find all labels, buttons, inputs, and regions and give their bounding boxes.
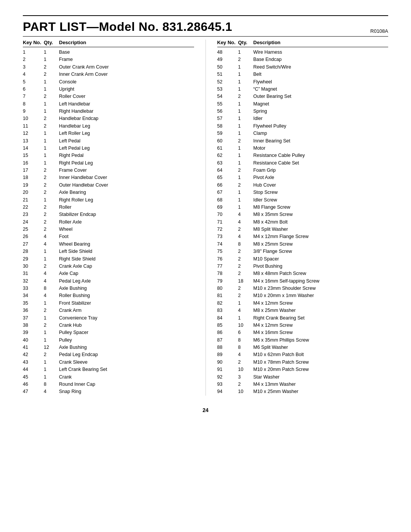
part-key-no: 64 xyxy=(217,167,238,174)
table-row: 94 10 M10 x 25mm Washer xyxy=(217,388,389,395)
table-row: 65 1 Pivot Axle xyxy=(217,174,389,181)
table-row: 12 1 Left Roller Leg xyxy=(23,130,194,137)
part-desc: M10 x 20mm x 1mm Washer xyxy=(253,292,389,299)
table-row: 36 2 Crank Arm xyxy=(23,307,194,314)
part-key-no: 69 xyxy=(217,204,238,211)
part-key-no: 78 xyxy=(217,270,238,277)
table-row: 8 1 Left Handlebar xyxy=(23,101,194,108)
part-desc: Pulley xyxy=(59,337,194,344)
part-key-no: 26 xyxy=(23,233,44,240)
part-key-no: 44 xyxy=(23,366,44,373)
table-row: 20 2 Axle Bearing xyxy=(23,189,194,196)
table-row: 18 2 Inner Handlebar Cover xyxy=(23,174,194,181)
part-desc: M8 x 35mm Screw xyxy=(253,211,389,218)
left-column: Key No. Qty. Description 1 1 Base 2 1 Fr… xyxy=(23,40,206,396)
part-qty: 2 xyxy=(44,71,59,78)
part-qty: 2 xyxy=(44,226,59,233)
part-key-no: 90 xyxy=(217,359,238,366)
part-qty: 4 xyxy=(44,388,59,395)
table-row: 69 1 M8 Flange Screw xyxy=(217,204,389,211)
table-row: 24 2 Roller Axle xyxy=(23,219,194,226)
table-row: 45 1 Crank xyxy=(23,374,194,381)
table-row: 77 2 Pivot Bushing xyxy=(217,263,389,270)
part-qty: 2 xyxy=(44,263,59,270)
table-row: 5 1 Console xyxy=(23,78,194,86)
part-qty: 1 xyxy=(238,86,253,93)
part-qty: 1 xyxy=(44,78,59,86)
part-key-no: 81 xyxy=(217,292,238,299)
table-row: 68 1 Idler Screw xyxy=(217,197,389,204)
right-desc-header: Description xyxy=(253,40,389,45)
part-qty: 2 xyxy=(44,174,59,181)
part-key-no: 58 xyxy=(217,123,238,130)
part-desc: M8 Split Washer xyxy=(253,226,389,233)
part-qty: 2 xyxy=(44,204,59,211)
table-row: 85 10 M4 x 12mm Screw xyxy=(217,322,389,329)
part-key-no: 23 xyxy=(23,211,44,218)
part-desc: Left Pedal xyxy=(59,137,194,145)
part-desc: Front Stabilizer xyxy=(59,300,194,307)
part-desc: Pedal Leg Endcap xyxy=(59,351,194,358)
part-key-no: 42 xyxy=(23,351,44,358)
table-row: 32 4 Pedal Leg Axle xyxy=(23,278,194,285)
part-qty: 1 xyxy=(44,108,59,115)
table-row: 29 1 Right Side Shield xyxy=(23,256,194,263)
part-qty: 2 xyxy=(238,56,253,63)
part-desc: Wheel xyxy=(59,226,194,233)
part-key-no: 92 xyxy=(217,374,238,381)
part-key-no: 5 xyxy=(23,78,44,86)
part-key-no: 76 xyxy=(217,256,238,263)
part-desc: M10 x 78mm Patch Screw xyxy=(253,359,389,366)
part-qty: 2 xyxy=(238,226,253,233)
table-row: 11 2 Handlebar Leg xyxy=(23,123,194,130)
table-row: 43 1 Crank Sleeve xyxy=(23,359,194,366)
part-qty: 2 xyxy=(238,381,253,388)
part-desc: M10 x 25mm Washer xyxy=(253,388,389,395)
part-qty: 10 xyxy=(238,366,253,373)
part-key-no: 43 xyxy=(23,359,44,366)
part-key-no: 45 xyxy=(23,374,44,381)
part-qty: 4 xyxy=(44,278,59,285)
part-desc: Right Pedal Leg xyxy=(59,160,194,167)
part-key-no: 2 xyxy=(23,56,44,63)
part-key-no: 87 xyxy=(217,337,238,344)
table-row: 87 8 M6 x 35mm Phillips Screw xyxy=(217,337,389,344)
table-row: 21 1 Right Roller Leg xyxy=(23,197,194,204)
part-qty: 1 xyxy=(44,337,59,344)
part-key-no: 46 xyxy=(23,381,44,388)
part-key-no: 51 xyxy=(217,71,238,78)
right-qty-header: Qty. xyxy=(238,40,253,45)
part-qty: 1 xyxy=(238,49,253,56)
table-row: 3 2 Outer Crank Arm Cover xyxy=(23,64,194,71)
part-desc: Right Side Shield xyxy=(59,256,194,263)
table-row: 72 2 M8 Split Washer xyxy=(217,226,389,233)
table-row: 38 2 Crank Hub xyxy=(23,322,194,329)
table-row: 19 2 Outer Handlebar Cover xyxy=(23,182,194,189)
part-qty: 18 xyxy=(238,278,253,285)
table-row: 75 2 3/8" Flange Screw xyxy=(217,248,389,255)
part-qty: 2 xyxy=(238,285,253,292)
part-desc: Motor xyxy=(253,145,389,152)
part-desc: Axle Bearing xyxy=(59,189,194,196)
part-desc: Right Crank Bearing Set xyxy=(253,315,389,322)
part-key-no: 37 xyxy=(23,315,44,322)
part-key-no: 6 xyxy=(23,86,44,93)
part-key-no: 7 xyxy=(23,93,44,100)
part-key-no: 9 xyxy=(23,108,44,115)
part-qty: 1 xyxy=(44,300,59,307)
table-row: 10 2 Handlebar Endcap xyxy=(23,115,194,122)
part-desc: M6 x 35mm Phillips Screw xyxy=(253,337,389,344)
part-key-no: 49 xyxy=(217,56,238,63)
part-key-no: 73 xyxy=(217,233,238,240)
part-desc: Base xyxy=(59,49,194,56)
table-row: 28 1 Left Side Shield xyxy=(23,248,194,255)
table-row: 16 1 Right Pedal Leg xyxy=(23,160,194,167)
table-row: 15 1 Right Pedal xyxy=(23,152,194,159)
part-qty: 6 xyxy=(238,329,253,336)
table-row: 63 1 Resistance Cable Set xyxy=(217,160,389,167)
right-parts-list: 48 1 Wire Harness 49 2 Base Endcap 50 1 … xyxy=(217,49,389,396)
part-key-no: 61 xyxy=(217,145,238,152)
part-key-no: 52 xyxy=(217,78,238,86)
part-desc: Axle Cap xyxy=(59,270,194,277)
part-key-no: 31 xyxy=(23,270,44,277)
